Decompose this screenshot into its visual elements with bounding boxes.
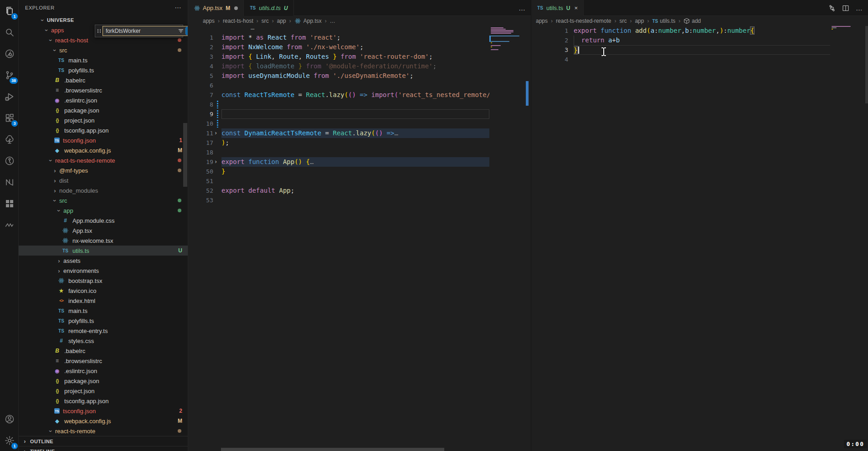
tree-item-main-ts[interactable]: TSmain.ts xyxy=(19,306,188,316)
minimap[interactable] xyxy=(489,26,524,451)
tree-item-tsconfig-app-json[interactable]: {}tsconfig.app.json xyxy=(19,125,188,135)
git-graph-icon[interactable] xyxy=(0,150,19,171)
tab-modified-dot-icon[interactable] xyxy=(234,6,238,10)
split-editor-icon[interactable] xyxy=(842,5,849,12)
breadcrumb-apps[interactable]: apps xyxy=(536,18,548,24)
horizontal-scrollbar[interactable] xyxy=(221,448,444,451)
tree-item-app-tsx[interactable]: App.tsx xyxy=(19,226,188,236)
more-icon[interactable]: … xyxy=(856,4,863,12)
search-icon[interactable] xyxy=(0,21,19,43)
tree-item-remote-entry-ts[interactable]: TSremote-entry.ts xyxy=(19,326,188,336)
tree-item-package-json[interactable]: {}package.json xyxy=(19,105,188,115)
code-token: ( xyxy=(394,91,398,98)
nx-console-icon[interactable] xyxy=(0,171,19,193)
wave-icon[interactable] xyxy=(0,214,19,236)
tree-item-index-html[interactable]: <>index.html xyxy=(19,296,188,306)
tree-find-input[interactable] xyxy=(106,28,176,34)
tree-item-bootstrap-tsx[interactable]: bootstrap.tsx xyxy=(19,276,188,286)
breadcrumb-react-ts-host[interactable]: react-ts-host xyxy=(223,18,253,24)
tree-item--eslintrc-json[interactable]: ◉.eslintrc.json xyxy=(19,366,188,376)
find-widget-grip-icon[interactable] xyxy=(98,29,101,33)
tree-item-environments[interactable]: ›environments xyxy=(19,266,188,276)
explorer-more-actions-icon[interactable]: … xyxy=(175,2,181,10)
tree-item--eslintrc-json[interactable]: ◉.eslintrc.json xyxy=(19,95,188,105)
tree-item-package-json[interactable]: {}package.json xyxy=(19,376,188,386)
overview-ruler[interactable] xyxy=(524,26,531,451)
tree-item-dist[interactable]: ›dist xyxy=(19,175,188,185)
tree-item--babelrc[interactable]: B.babelrc xyxy=(19,346,188,356)
code-token: , xyxy=(298,53,302,60)
settings-icon[interactable]: 1 xyxy=(0,430,19,451)
tree-item-webpack-config-js[interactable]: ◆webpack.config.jsM xyxy=(19,145,188,155)
tree-item-webpack-config-js[interactable]: ◆webpack.config.jsM xyxy=(19,416,188,426)
more-icon[interactable]: … xyxy=(519,4,525,12)
tree-item-favicon-ico[interactable]: ★favicon.ico xyxy=(19,286,188,296)
tree-item-polyfills-ts[interactable]: TSpolyfills.ts xyxy=(19,316,188,326)
breadcrumb-app[interactable]: app xyxy=(277,18,286,24)
grid-icon[interactable] xyxy=(0,193,19,214)
run-debug-icon[interactable] xyxy=(0,86,19,107)
tree-item-utils-ts[interactable]: TSutils.tsU xyxy=(19,246,188,256)
breadcrumb-app-tsx[interactable]: App.tsx xyxy=(294,18,322,24)
tree-item--babelrc[interactable]: B.babelrc xyxy=(19,75,188,85)
tree-item-app-module-css[interactable]: #App.module.css xyxy=(19,215,188,226)
tab-utils-d-ts[interactable]: TSutils.d.tsU xyxy=(244,0,293,16)
sidebar-section-outline[interactable]: ›OUTLINE xyxy=(19,436,188,446)
tree-item-project-json[interactable]: {}project.json xyxy=(19,115,188,125)
code-token xyxy=(302,62,306,70)
breadcrumb-add[interactable]: add xyxy=(683,18,701,24)
tree-item-assets[interactable]: ›assets xyxy=(19,256,188,266)
tree-item-label: bootstrap.tsx xyxy=(68,277,102,284)
fold-chevron-icon[interactable]: › xyxy=(214,128,217,138)
tree-item-tsconfig-app-json[interactable]: {}tsconfig.app.json xyxy=(19,396,188,406)
tree-item-node-modules[interactable]: ›node_modules xyxy=(19,185,188,195)
code-token: App xyxy=(279,187,290,194)
tree-item-tsconfig-json[interactable]: TStsconfig.json2 xyxy=(19,406,188,416)
minimap-line xyxy=(491,29,506,30)
tree-item-label: webpack.config.js xyxy=(64,147,111,154)
tree-item-universe[interactable]: ›UNIVERSE xyxy=(19,15,188,25)
code-token: Link xyxy=(256,53,272,60)
tree-plugin-icon[interactable] xyxy=(0,128,19,150)
tree-item--mf-types[interactable]: ›@mf-types xyxy=(19,165,188,175)
lens-icon[interactable] xyxy=(0,43,19,64)
tree-item-src[interactable]: ›src xyxy=(19,45,188,55)
tree-item-project-json[interactable]: {}project.json xyxy=(19,386,188,396)
minimap[interactable] xyxy=(830,26,865,451)
source-control-icon[interactable]: 38 xyxy=(0,64,19,86)
tree-item--browserslistrc[interactable]: ≡.browserslistrc xyxy=(19,85,188,95)
tree-item-nx-welcome-tsx[interactable]: nx-welcome.tsx xyxy=(19,236,188,246)
tree-item-styles-css[interactable]: #styles.css xyxy=(19,336,188,346)
extensions-icon[interactable]: 3 xyxy=(0,107,19,128)
tree-item-polyfills-ts[interactable]: TSpolyfills.ts xyxy=(19,65,188,75)
sidebar-section-timeline[interactable]: ›TIMELINE xyxy=(19,446,188,451)
tree-item-src[interactable]: ›src xyxy=(19,195,188,205)
tree-item-app[interactable]: ›app xyxy=(19,205,188,215)
tree-item-react-ts-nested-remote[interactable]: ›react-ts-nested-remote xyxy=(19,155,188,165)
breadcrumb-utils-ts[interactable]: TSutils.ts xyxy=(652,18,675,24)
code-editor[interactable]: …1import * as React from 'react';2import… xyxy=(188,26,531,451)
breadcrumb-react-ts-nested-remote[interactable]: react-ts-nested-remote xyxy=(556,18,611,24)
tab-close-icon[interactable]: × xyxy=(575,5,578,11)
explorer-icon[interactable]: 1 xyxy=(0,0,19,21)
tree-item-main-ts[interactable]: TSmain.ts xyxy=(19,55,188,65)
vertical-scrollbar[interactable] xyxy=(865,26,868,103)
breadcrumb--[interactable]: … xyxy=(330,18,335,24)
tree-item-react-ts-remote[interactable]: ›react-ts-remote xyxy=(19,426,188,436)
breadcrumb-src[interactable]: src xyxy=(262,18,269,24)
breadcrumb-apps[interactable]: apps xyxy=(203,18,215,24)
tree-item--browserslistrc[interactable]: ≡.browserslistrc xyxy=(19,356,188,366)
accounts-icon[interactable] xyxy=(0,408,19,430)
code-token: return xyxy=(581,36,605,44)
code-line-text: ); xyxy=(221,138,489,148)
breadcrumb-app[interactable]: app xyxy=(635,18,644,24)
filter-on-type-icon[interactable] xyxy=(178,28,184,34)
tab-utils-ts[interactable]: TSutils.tsU× xyxy=(531,0,584,16)
sidebar-scrollbar[interactable] xyxy=(183,123,187,187)
code-editor[interactable]: 1export function add(a:number,b:number,)… xyxy=(531,26,868,451)
fold-chevron-icon[interactable]: › xyxy=(214,157,217,167)
open-changes-icon[interactable] xyxy=(828,5,836,12)
breadcrumb-src[interactable]: src xyxy=(619,18,627,24)
tree-item-tsconfig-json[interactable]: TStsconfig.json1 xyxy=(19,135,188,145)
tab-app-tsx[interactable]: App.tsxM xyxy=(188,0,244,16)
